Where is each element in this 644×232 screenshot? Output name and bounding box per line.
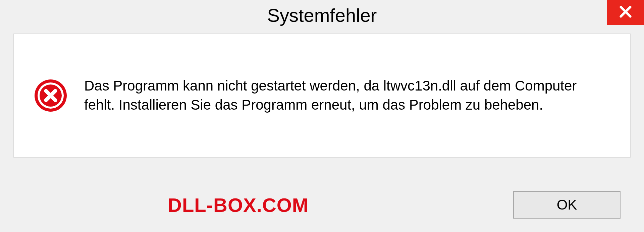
close-icon <box>619 5 632 20</box>
watermark-text: DLL-BOX.COM <box>168 194 309 216</box>
close-button[interactable] <box>607 0 644 25</box>
content-panel: Das Programm kann nicht gestartet werden… <box>13 34 631 158</box>
error-message: Das Programm kann nicht gestartet werden… <box>84 76 610 114</box>
ok-button[interactable]: OK <box>513 191 621 219</box>
footer: DLL-BOX.COM OK <box>0 191 644 219</box>
dialog-title: Systemfehler <box>267 4 377 26</box>
error-dialog: Systemfehler Das Programm kann nicht ges… <box>0 0 644 232</box>
error-icon <box>34 79 67 112</box>
titlebar: Systemfehler <box>0 0 644 30</box>
